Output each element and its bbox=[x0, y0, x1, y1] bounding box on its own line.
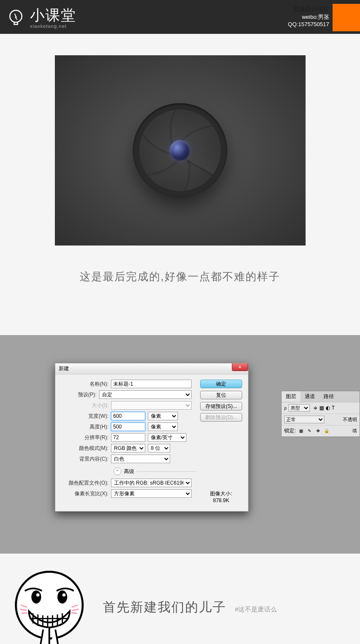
size-select bbox=[111, 401, 192, 410]
logo-title: 小课堂 bbox=[30, 6, 76, 25]
size-value: 878.9K bbox=[200, 497, 242, 503]
lock-row: 锁定: ▦ ✎ ✥ 🔒 填 bbox=[282, 425, 360, 437]
qq-info: QQ:1575750517 bbox=[288, 21, 329, 27]
width-label: 宽度(W): bbox=[61, 413, 111, 420]
profile-select[interactable]: 工作中的 RGB: sRGB IEC6196... bbox=[111, 479, 192, 487]
logo-text: 小课堂 xiaoketang.net bbox=[30, 6, 76, 29]
filter-row: ρ 类型 ≑ ▦ ◐ T bbox=[282, 402, 360, 414]
panel-tabs: 图层 通道 路径 bbox=[282, 391, 360, 402]
footer: 首先新建我们的儿子 #这不是废话么 bbox=[0, 554, 360, 644]
bitdepth-select[interactable]: 8 位 bbox=[148, 444, 170, 452]
profile-label: 颜色配置文件(O): bbox=[61, 479, 111, 487]
footer-main-text: 首先新建我们的儿子 bbox=[103, 599, 226, 616]
collapse-icon[interactable]: ⌃ bbox=[114, 467, 121, 475]
lock-transparent-icon[interactable]: ▦ bbox=[297, 428, 304, 434]
form-area: 名称(N): 预设(P): 自定 大小(I): 宽度(W): 像素 高 bbox=[61, 380, 196, 503]
new-document-dialog: 新建 ✕ 名称(N): 预设(P): 自定 大小(I): 宽度(W): bbox=[55, 363, 249, 512]
aspect-select[interactable]: 方形像素 bbox=[111, 489, 192, 498]
lock-pixels-icon[interactable]: ✎ bbox=[306, 428, 313, 434]
footer-text: 首先新建我们的儿子 #这不是废话么 bbox=[103, 599, 277, 616]
dialog-titlebar[interactable]: 新建 ✕ bbox=[55, 363, 248, 374]
ok-button[interactable]: 确定 bbox=[200, 380, 242, 388]
svg-point-2 bbox=[31, 590, 41, 603]
height-label: 高度(H): bbox=[61, 423, 111, 431]
header: 小课堂 xiaoketang.net 思缘设计论坛 weibo:男茎 QQ:15… bbox=[0, 0, 360, 34]
reset-button[interactable]: 复位 bbox=[200, 391, 242, 399]
header-right: 思缘设计论坛 weibo:男茎 QQ:1575750517 bbox=[288, 3, 360, 31]
weibo-info: weibo:男茎 bbox=[288, 13, 329, 21]
preview-section: 这是最后完成的,好像一点都不难的样子 bbox=[0, 34, 360, 301]
svg-point-5 bbox=[62, 593, 66, 597]
colormode-select[interactable]: RGB 颜色 bbox=[111, 444, 145, 452]
orange-badge bbox=[333, 4, 360, 31]
button-area: 确定 复位 存储预设(S)... 删除预设(D)... 图像大小: 878.9K bbox=[200, 380, 242, 503]
lock-all-icon[interactable]: 🔒 bbox=[323, 428, 330, 434]
blendmode-select[interactable]: 正常 bbox=[284, 416, 324, 423]
colormode-label: 颜色模式(M): bbox=[61, 445, 111, 452]
opacity-label: 不透明 bbox=[343, 416, 357, 423]
aperture-icon bbox=[133, 103, 227, 198]
adjust-filter-icon[interactable]: ◐ bbox=[326, 405, 330, 411]
meme-face-icon bbox=[9, 566, 90, 644]
caption-text: 这是最后完成的,好像一点都不难的样子 bbox=[0, 270, 360, 284]
tab-layers[interactable]: 图层 bbox=[282, 391, 300, 402]
save-preset-button[interactable]: 存储预设(S)... bbox=[200, 402, 242, 410]
name-input[interactable] bbox=[111, 380, 192, 388]
height-unit-select[interactable]: 像素 bbox=[148, 422, 178, 431]
forum-name: 思缘设计论坛 bbox=[288, 6, 329, 13]
dialog-section: 新建 ✕ 名称(N): 预设(P): 自定 大小(I): 宽度(W): bbox=[0, 335, 360, 554]
logo-area: 小课堂 xiaoketang.net bbox=[6, 6, 76, 29]
lock-position-icon[interactable]: ✥ bbox=[315, 428, 321, 434]
bulb-icon bbox=[6, 7, 26, 27]
delete-preset-button[interactable]: 删除预设(D)... bbox=[200, 413, 242, 422]
preset-label: 预设(P): bbox=[61, 391, 99, 398]
width-input[interactable] bbox=[111, 412, 145, 420]
tab-paths[interactable]: 路径 bbox=[319, 391, 338, 402]
lock-label: 锁定: bbox=[284, 427, 296, 434]
tab-channels[interactable]: 通道 bbox=[300, 391, 319, 402]
preview-canvas bbox=[55, 55, 306, 246]
resolution-unit-select[interactable]: 像素/英寸 bbox=[148, 433, 186, 442]
aspect-label: 像素长宽比(X): bbox=[61, 490, 111, 497]
advanced-label: 高级 bbox=[124, 468, 134, 475]
type-filter-icon[interactable]: T bbox=[332, 405, 335, 411]
header-info: 思缘设计论坛 weibo:男茎 QQ:1575750517 bbox=[288, 3, 333, 27]
resolution-input[interactable] bbox=[111, 433, 145, 442]
svg-point-4 bbox=[36, 593, 40, 597]
name-label: 名称(N): bbox=[61, 380, 111, 388]
height-input[interactable] bbox=[111, 422, 145, 431]
layers-panel: 图层 通道 路径 ρ 类型 ≑ ▦ ◐ T 正常 不透明 锁定: ▦ ✎ ✥ 🔒… bbox=[281, 391, 360, 437]
kind-select[interactable]: 类型 bbox=[288, 404, 310, 412]
close-button[interactable]: ✕ bbox=[232, 363, 248, 371]
resolution-label: 分辨率(R): bbox=[61, 434, 111, 441]
blend-row: 正常 不透明 bbox=[282, 414, 360, 425]
size-label: 大小(I): bbox=[61, 402, 111, 409]
dialog-title: 新建 bbox=[59, 365, 69, 372]
image-size-info: 图像大小: 878.9K bbox=[200, 490, 242, 503]
size-label: 图像大小: bbox=[200, 490, 242, 497]
preset-select[interactable]: 自定 bbox=[99, 390, 192, 399]
bg-label: 背景内容(C): bbox=[61, 455, 111, 463]
width-unit-select[interactable]: 像素 bbox=[148, 412, 178, 420]
bg-select[interactable]: 白色 bbox=[111, 455, 170, 463]
lens-icon bbox=[170, 140, 190, 161]
svg-point-3 bbox=[57, 590, 67, 603]
footer-sub-text: #这不是废话么 bbox=[235, 605, 277, 614]
image-filter-icon[interactable]: ▦ bbox=[319, 405, 324, 411]
fill-label: 填 bbox=[352, 428, 357, 434]
